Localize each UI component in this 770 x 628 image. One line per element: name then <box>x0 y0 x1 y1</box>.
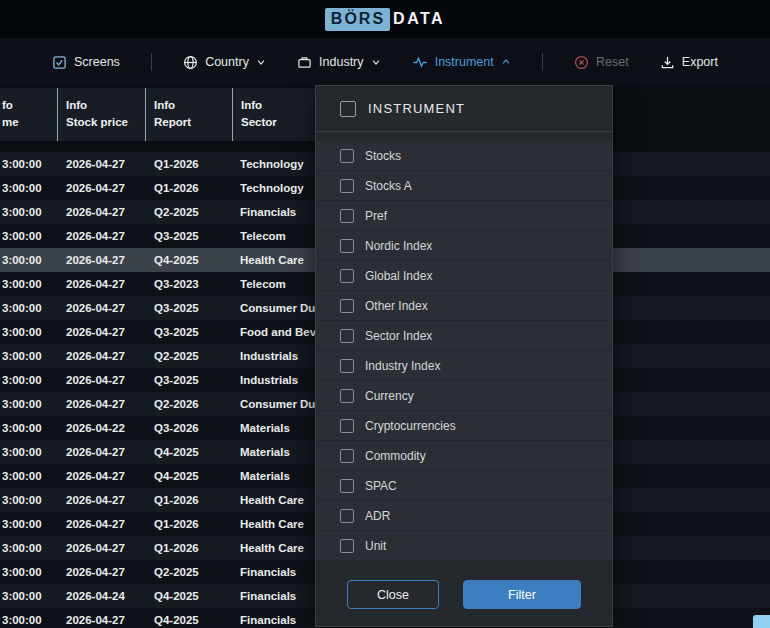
instrument-option[interactable]: Sector Index <box>316 321 612 351</box>
cell-sector: Telecom <box>232 278 315 290</box>
instrument-option-label: Other Index <box>365 299 428 313</box>
checkbox-icon[interactable] <box>340 179 354 193</box>
cell-sector: Food and Beverage <box>232 326 315 338</box>
chevron-down-icon <box>371 57 381 67</box>
instrument-filter-button[interactable]: Instrument <box>412 55 511 70</box>
checkbox-icon[interactable] <box>340 299 354 313</box>
cell-time: 3:00:00 <box>0 158 57 170</box>
instrument-option[interactable]: Other Index <box>316 291 612 321</box>
export-button[interactable]: Export <box>660 55 718 70</box>
cell-sector: Industrials <box>232 350 315 362</box>
instrument-option-label: ADR <box>365 509 390 523</box>
checkbox-icon[interactable] <box>340 389 354 403</box>
cell-date: 2026-04-27 <box>57 182 145 194</box>
cell-date: 2026-04-27 <box>57 518 145 530</box>
column-header-line2: Stock price <box>66 114 137 131</box>
instrument-option[interactable]: Pref <box>316 201 612 231</box>
cell-report: Q3-2026 <box>145 422 232 434</box>
corner-widget[interactable] <box>753 615 770 628</box>
checkbox-icon[interactable] <box>340 209 354 223</box>
instrument-option[interactable]: Stocks <box>316 141 612 171</box>
cell-sector: Materials <box>232 470 315 482</box>
instrument-option[interactable]: Nordic Index <box>316 231 612 261</box>
close-button[interactable]: Close <box>347 580 439 609</box>
checkbox-icon[interactable] <box>340 101 356 117</box>
activity-icon <box>412 55 428 70</box>
column-header-report[interactable]: Info Report <box>145 88 232 141</box>
instrument-option-label: Sector Index <box>365 329 432 343</box>
cell-report: Q1-2026 <box>145 182 232 194</box>
column-header-sector[interactable]: Info Sector <box>232 88 315 141</box>
checkbox-icon[interactable] <box>340 479 354 493</box>
instrument-option-label: Industry Index <box>365 359 440 373</box>
cell-time: 3:00:00 <box>0 350 57 362</box>
cell-date: 2026-04-27 <box>57 350 145 362</box>
cell-time: 3:00:00 <box>0 614 57 626</box>
column-header-line2: Report <box>154 114 224 131</box>
column-header-line2: me <box>2 114 49 131</box>
country-filter-button[interactable]: Country <box>183 55 266 70</box>
cell-report: Q4-2025 <box>145 614 232 626</box>
cell-report: Q1-2026 <box>145 542 232 554</box>
instrument-option[interactable]: Currency <box>316 381 612 411</box>
cell-time: 3:00:00 <box>0 182 57 194</box>
instrument-option[interactable]: Industry Index <box>316 351 612 381</box>
cell-date: 2026-04-27 <box>57 230 145 242</box>
column-header-stock-price[interactable]: Info Stock price <box>57 88 145 141</box>
cell-sector: Health Care <box>232 254 315 266</box>
circle-x-icon <box>574 55 589 70</box>
cell-sector: Financials <box>232 614 315 626</box>
cell-sector: Consumer Durables <box>232 302 315 314</box>
globe-icon <box>183 55 198 70</box>
screens-label: Screens <box>74 55 120 69</box>
cell-sector: Financials <box>232 206 315 218</box>
instrument-select-all-row[interactable]: INSTRUMENT <box>316 86 612 132</box>
instrument-option[interactable]: ADR <box>316 501 612 531</box>
checkbox-icon[interactable] <box>340 419 354 433</box>
instrument-option[interactable]: SPAC <box>316 471 612 501</box>
checkbox-icon[interactable] <box>340 239 354 253</box>
instrument-option[interactable]: Stocks A <box>316 171 612 201</box>
cell-date: 2026-04-22 <box>57 422 145 434</box>
column-header-line1: fo <box>2 97 49 114</box>
checkbox-icon[interactable] <box>340 269 354 283</box>
chevron-down-icon <box>256 57 266 67</box>
instrument-option[interactable]: Cryptocurrencies <box>316 411 612 441</box>
logo-bors-badge: BÖRS <box>325 8 390 31</box>
column-header-time[interactable]: fo me <box>0 88 57 141</box>
cell-time: 3:00:00 <box>0 422 57 434</box>
cell-date: 2026-04-27 <box>57 302 145 314</box>
country-label: Country <box>205 55 249 69</box>
checkbox-icon[interactable] <box>340 449 354 463</box>
cell-report: Q2-2025 <box>145 206 232 218</box>
column-header-line1: Info <box>66 97 137 114</box>
reset-label: Reset <box>596 55 629 69</box>
checkbox-icon[interactable] <box>340 539 354 553</box>
checkbox-icon[interactable] <box>340 509 354 523</box>
borsdata-logo[interactable]: BÖRS DATA <box>325 8 445 31</box>
filter-button[interactable]: Filter <box>463 580 581 609</box>
instrument-option[interactable]: Commodity <box>316 441 612 471</box>
cell-sector: Health Care <box>232 494 315 506</box>
column-header-line2: Sector <box>241 114 307 131</box>
checkbox-icon[interactable] <box>340 359 354 373</box>
cell-report: Q2-2025 <box>145 350 232 362</box>
industry-filter-button[interactable]: Industry <box>297 55 380 70</box>
reset-button[interactable]: Reset <box>574 55 629 70</box>
cell-date: 2026-04-27 <box>57 278 145 290</box>
cell-report: Q3-2025 <box>145 302 232 314</box>
instrument-label: Instrument <box>435 55 494 69</box>
instrument-option[interactable]: Global Index <box>316 261 612 291</box>
cell-report: Q3-2025 <box>145 326 232 338</box>
screens-button[interactable]: Screens <box>52 55 120 70</box>
instrument-option[interactable]: Unit <box>316 531 612 561</box>
cell-time: 3:00:00 <box>0 566 57 578</box>
checkbox-icon[interactable] <box>340 329 354 343</box>
cell-sector: Materials <box>232 446 315 458</box>
cell-time: 3:00:00 <box>0 470 57 482</box>
cell-sector: Health Care <box>232 542 315 554</box>
cell-time: 3:00:00 <box>0 518 57 530</box>
checkbox-icon[interactable] <box>340 149 354 163</box>
cell-time: 3:00:00 <box>0 206 57 218</box>
logo-data-text: DATA <box>393 10 445 28</box>
